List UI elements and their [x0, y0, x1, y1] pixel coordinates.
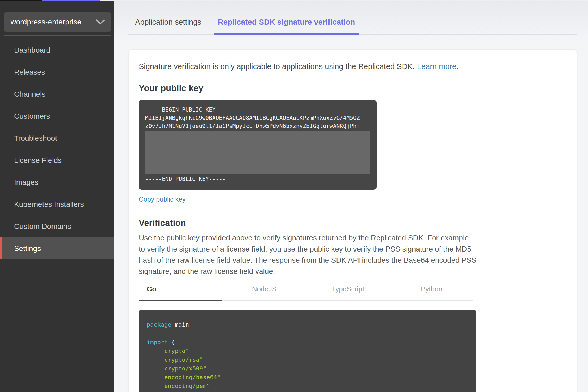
code-line: package main	[147, 320, 468, 329]
code-token-string: "crypto"	[147, 348, 189, 354]
sidebar-item-customers[interactable]: Customers	[0, 105, 114, 127]
code-line: "fmt"	[147, 390, 468, 392]
verification-heading: Verification	[139, 218, 566, 228]
public-key-line: -----BEGIN PUBLIC KEY-----	[145, 106, 370, 114]
app-selector-label: wordpress-enterprise	[11, 18, 96, 26]
verification-description: Use the public key provided above to ver…	[139, 232, 478, 277]
sidebar-item-dashboard[interactable]: Dashboard	[0, 39, 114, 61]
code-token-string: "crypto/x509"	[147, 365, 206, 372]
code-token-plain: main	[171, 321, 189, 328]
code-tab-typescript[interactable]: TypeScript	[306, 285, 390, 301]
public-key-line: z0v7Jh7M1NgV1joeu9l1/IaCPsMpyIcL+Dnw5Pdv…	[145, 122, 370, 130]
sidebar-item-label: Custom Domains	[14, 222, 71, 231]
code-token-keyword: import	[147, 339, 168, 346]
public-key-line: MIIBIjANBgkqhkiG9w0BAQEFAAOCAQ8AMIIBCgKC…	[145, 114, 370, 122]
chevron-down-icon	[96, 19, 105, 25]
tab-application-settings[interactable]: Application settings	[131, 18, 205, 35]
sdk-notice: Signature verification is only applicabl…	[139, 62, 566, 71]
code-line: "encoding/base64"	[147, 373, 468, 382]
sidebar-item-label: Channels	[14, 90, 45, 99]
sidebar-item-label: Images	[14, 178, 38, 187]
sidebar-nav: DashboardReleasesChannelsCustomersTroubl…	[0, 39, 114, 259]
code-line: "crypto/rsa"	[147, 355, 468, 364]
sidebar-item-releases[interactable]: Releases	[0, 61, 114, 83]
code-token-string: "crypto/rsa"	[147, 356, 203, 363]
app-selector-dropdown[interactable]: wordpress-enterprise	[4, 12, 111, 32]
code-token-keyword: package	[147, 321, 171, 328]
sidebar-item-channels[interactable]: Channels	[0, 83, 114, 105]
code-tab-nodejs[interactable]: NodeJS	[222, 285, 306, 301]
code-tab-go[interactable]: Go	[139, 285, 222, 301]
sidebar-item-custom-domains[interactable]: Custom Domains	[0, 215, 114, 237]
main-content: Application settingsReplicated SDK signa…	[114, 1, 588, 392]
sidebar-item-troubleshoot[interactable]: Troubleshoot	[0, 127, 114, 149]
sidebar-item-kubernetes-installers[interactable]: Kubernetes Installers	[0, 193, 114, 215]
learn-more-link[interactable]: Learn more	[417, 62, 456, 71]
code-token-plain: (	[168, 339, 175, 346]
code-line: "encoding/pem"	[147, 382, 468, 390]
sidebar-item-label: License Fields	[14, 156, 62, 165]
notice-suffix: .	[456, 62, 459, 71]
tab-replicated-sdk-signature-verification[interactable]: Replicated SDK signature verification	[214, 18, 359, 35]
copy-public-key-link[interactable]: Copy public key	[139, 195, 185, 203]
sidebar-item-label: Dashboard	[14, 46, 50, 54]
sidebar-divider	[4, 35, 111, 36]
sidebar-item-images[interactable]: Images	[0, 171, 114, 193]
sidebar-item-label: Settings	[14, 244, 41, 253]
app-shell: wordpress-enterprise DashboardReleasesCh…	[0, 1, 588, 392]
code-token-string: "encoding/pem"	[147, 383, 210, 389]
code-sample-block[interactable]: package main import ( "crypto" "crypto/r…	[139, 310, 476, 392]
notice-text: Signature verification is only applicabl…	[139, 62, 415, 71]
code-line: import (	[147, 338, 468, 347]
code-line	[147, 329, 468, 338]
sidebar-item-license-fields[interactable]: License Fields	[0, 149, 114, 171]
public-key-redacted-selection	[145, 131, 370, 174]
sidebar-item-label: Customers	[14, 112, 50, 121]
code-language-tabs: GoNodeJSTypeScriptPython	[139, 285, 473, 301]
sidebar-item-label: Releases	[14, 68, 45, 76]
settings-tabs: Application settingsReplicated SDK signa…	[128, 1, 577, 35]
public-key-end-line: -----END PUBLIC KEY-----	[145, 175, 370, 183]
settings-card: Signature verification is only applicabl…	[128, 49, 577, 392]
public-key-block[interactable]: -----BEGIN PUBLIC KEY-----MIIBIjANBgkqhk…	[139, 100, 377, 190]
code-token-string: "encoding/base64"	[147, 374, 220, 381]
sidebar-item-settings[interactable]: Settings	[0, 237, 114, 259]
code-line: "crypto/x509"	[147, 364, 468, 373]
sidebar-item-label: Kubernetes Installers	[14, 200, 84, 209]
sidebar: wordpress-enterprise DashboardReleasesCh…	[0, 1, 114, 392]
sidebar-item-label: Troubleshoot	[14, 134, 57, 143]
code-line: "crypto"	[147, 347, 468, 355]
public-key-heading: Your public key	[139, 83, 566, 93]
code-tab-python[interactable]: Python	[390, 285, 473, 301]
